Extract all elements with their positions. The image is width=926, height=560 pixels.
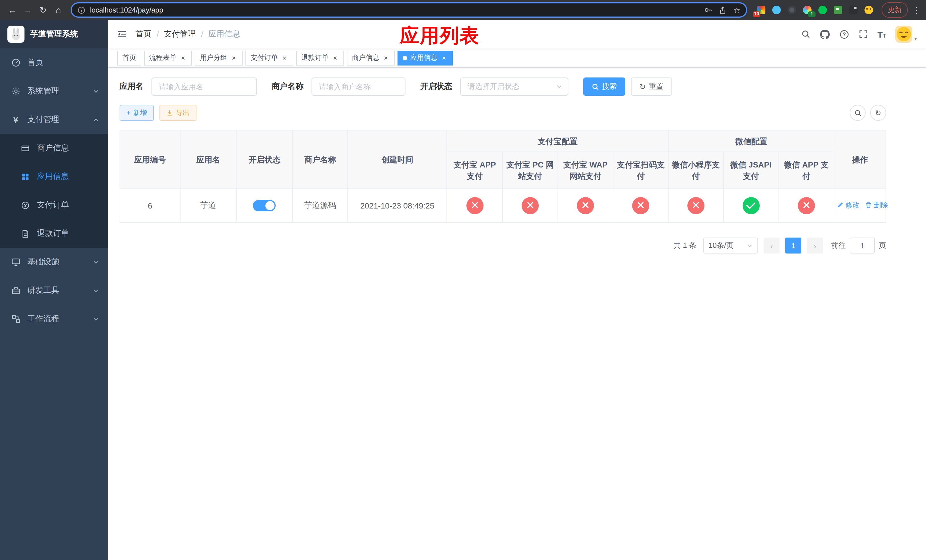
sidebar-item-dev-tools[interactable]: 研发工具 xyxy=(0,276,108,305)
tab-user-group[interactable]: 用户分组× xyxy=(195,50,243,65)
cell-alipay-pc xyxy=(502,188,558,222)
sidebar-item-payment[interactable]: ¥ 支付管理 xyxy=(0,105,108,134)
svg-text:?: ? xyxy=(843,31,846,37)
chevron-down-icon xyxy=(93,316,99,322)
trash-icon xyxy=(865,202,872,209)
sidebar-item-merchant-info[interactable]: 商户信息 xyxy=(0,134,108,162)
merchant-name-input[interactable] xyxy=(312,77,406,96)
sidebar-item-label: 基础设施 xyxy=(27,257,86,267)
sidebar-item-label: 系统管理 xyxy=(27,86,86,96)
wechat-app-status-icon xyxy=(798,197,815,214)
filter-label: 应用名 xyxy=(120,82,144,92)
help-icon[interactable]: ? xyxy=(840,29,849,39)
sidebar-toggle-hamburger-icon[interactable] xyxy=(108,29,136,39)
app-window: 芋道管理系统 首页 系统管理 ¥ xyxy=(0,20,926,560)
sidebar-item-label: 研发工具 xyxy=(27,285,86,296)
monitor-icon xyxy=(11,257,21,266)
sidebar-item-pay-orders[interactable]: 支付订单 xyxy=(0,191,108,219)
bookmark-star-icon[interactable]: ☆ xyxy=(733,5,740,15)
browser-menu-icon[interactable]: ⋮ xyxy=(911,5,921,15)
status-select[interactable]: 请选择开启状态 xyxy=(460,77,568,96)
prev-page-button[interactable]: ‹ xyxy=(764,238,780,254)
col-header-wx-app: 微信 APP 支付 xyxy=(779,152,834,188)
password-key-icon[interactable] xyxy=(704,6,713,14)
url-text[interactable]: localhost:1024/pay/app xyxy=(90,6,700,14)
fullscreen-icon[interactable] xyxy=(859,30,868,39)
browser-home-button[interactable]: ⌂ xyxy=(51,2,66,18)
close-icon[interactable]: × xyxy=(281,54,288,62)
page-size-select[interactable]: 10条/页 xyxy=(703,238,758,254)
sidebar-item-app-info[interactable]: 应用信息 xyxy=(0,162,108,191)
address-bar-actions: ☆ xyxy=(704,5,740,15)
github-icon[interactable] xyxy=(820,29,830,39)
close-icon[interactable]: × xyxy=(331,54,339,62)
close-icon[interactable]: × xyxy=(382,54,390,62)
goto-page-input[interactable] xyxy=(850,238,875,254)
download-icon xyxy=(166,109,173,116)
browser-back-button[interactable]: ← xyxy=(5,2,20,18)
extension-icon[interactable] xyxy=(787,5,797,15)
refresh-table-button[interactable]: ↻ xyxy=(870,105,886,121)
user-menu[interactable]: ▾ xyxy=(896,26,917,43)
yen-icon: ¥ xyxy=(11,115,21,124)
toggle-search-button[interactable] xyxy=(850,105,865,121)
search-button[interactable]: 搜索 xyxy=(583,77,625,96)
delete-link[interactable]: 删除 xyxy=(865,201,888,210)
col-header-wx-jsapi: 微信 JSAPI 支付 xyxy=(723,152,779,188)
tab-refund-orders[interactable]: 退款订单× xyxy=(296,50,344,65)
browser-forward-button[interactable]: → xyxy=(20,2,35,18)
extension-icon[interactable] xyxy=(818,5,828,15)
group-header-wechat: 微信配置 xyxy=(668,130,834,152)
sidebar-item-workflow[interactable]: 工作流程 xyxy=(0,305,108,333)
export-button[interactable]: 导出 xyxy=(159,105,197,121)
breadcrumb-payment[interactable]: 支付管理 xyxy=(164,29,196,39)
tab-merchant-info[interactable]: 商户信息× xyxy=(347,50,395,65)
tab-pay-orders[interactable]: 支付订单× xyxy=(245,50,293,65)
sidebar-item-system[interactable]: 系统管理 xyxy=(0,77,108,105)
user-avatar[interactable] xyxy=(896,26,912,43)
toolbar-right-actions: ↻ xyxy=(850,105,886,121)
extension-icon[interactable] xyxy=(864,5,874,15)
tab-app-info[interactable]: 应用信息× xyxy=(398,50,453,65)
sidebar-item-infrastructure[interactable]: 基础设施 xyxy=(0,248,108,276)
browser-reload-button[interactable]: ↻ xyxy=(35,2,51,18)
sidebar-item-refund-orders[interactable]: 退款订单 xyxy=(0,219,108,248)
cell-alipay-qr xyxy=(613,188,668,222)
chevron-down-icon xyxy=(556,83,563,90)
sidebar-item-home[interactable]: 首页 xyxy=(0,48,108,77)
extension-icon[interactable] xyxy=(772,5,781,15)
site-info-icon[interactable] xyxy=(77,6,85,14)
tab-label: 首页 xyxy=(123,53,136,63)
tab-label: 流程表单 xyxy=(149,53,177,63)
edit-link[interactable]: 修改 xyxy=(837,201,859,210)
cell-wx-app xyxy=(779,188,834,222)
browser-update-button[interactable]: 更新 xyxy=(882,2,908,18)
add-button[interactable]: + 新增 xyxy=(120,105,154,121)
tab-process-form[interactable]: 流程表单× xyxy=(144,50,192,65)
address-bar[interactable]: localhost:1024/pay/app ☆ xyxy=(71,2,747,18)
search-icon[interactable] xyxy=(801,30,810,39)
breadcrumb-home[interactable]: 首页 xyxy=(136,29,151,39)
alipay-app-status-icon xyxy=(466,197,483,214)
sidebar-item-label: 工作流程 xyxy=(27,314,86,324)
tab-home[interactable]: 首页 xyxy=(117,50,141,65)
cell-actions: 修改 删除 xyxy=(834,188,886,222)
font-size-icon[interactable]: TT xyxy=(878,30,886,38)
extension-icon[interactable] xyxy=(849,5,858,15)
status-toggle[interactable] xyxy=(253,200,276,211)
logo-rabbit-icon xyxy=(8,26,24,43)
sidebar-logo[interactable]: 芋道管理系统 xyxy=(0,20,108,48)
extension-icon[interactable] xyxy=(833,5,843,15)
close-icon[interactable]: × xyxy=(179,54,187,62)
extension-icon[interactable]: 1 xyxy=(802,5,812,15)
next-page-button[interactable]: › xyxy=(807,238,823,254)
reset-button[interactable]: ↻ 重置 xyxy=(631,77,672,96)
back-icon: ← xyxy=(8,6,17,14)
col-header-alipay-qr: 支付宝扫码支付 xyxy=(613,152,668,188)
close-icon[interactable]: × xyxy=(440,54,448,62)
extension-icon[interactable]: 10 xyxy=(756,5,766,15)
share-icon[interactable] xyxy=(719,6,727,14)
close-icon[interactable]: × xyxy=(230,54,238,62)
app-name-input[interactable] xyxy=(151,77,257,96)
page-number-1[interactable]: 1 xyxy=(785,238,801,254)
